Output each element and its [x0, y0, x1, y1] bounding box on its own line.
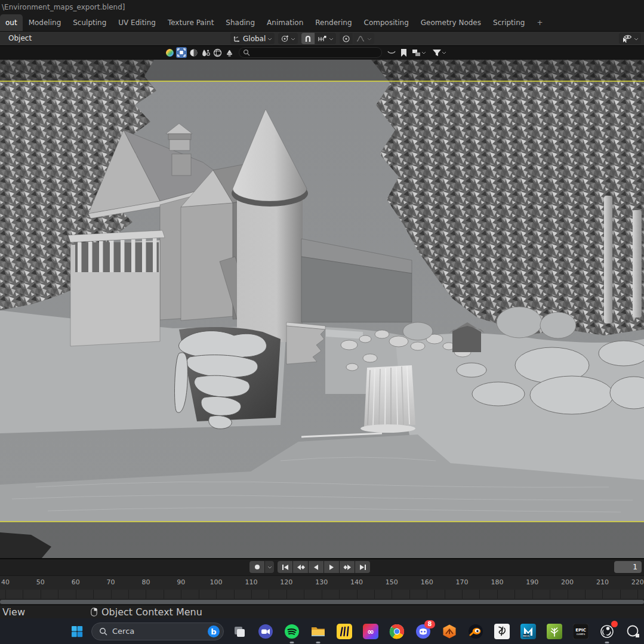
jump-end-button[interactable] [355, 561, 370, 573]
keying-dropdown[interactable] [265, 561, 274, 573]
workspace-tab-compositing[interactable]: Compositing [358, 14, 415, 31]
chevron-down-icon [634, 36, 639, 41]
object-visibility-dropdown[interactable] [619, 33, 641, 44]
workspace-tab-rendering[interactable]: Rendering [309, 14, 358, 31]
frame-label[interactable]: 130 [315, 578, 328, 586]
workspace-tab-texture-paint[interactable]: Texture Paint [162, 14, 220, 31]
frame-label[interactable]: 180 [491, 578, 503, 586]
app-obs-studio[interactable] [599, 623, 615, 640]
frame-label[interactable]: 200 [561, 578, 574, 586]
frame-label[interactable]: 220 [631, 578, 644, 586]
app-maya[interactable]: MAYA [520, 623, 537, 640]
frame-label[interactable]: 50 [36, 578, 45, 586]
app-speedtree[interactable] [546, 623, 563, 640]
frame-label[interactable]: 120 [280, 578, 292, 586]
frame-label[interactable]: 190 [526, 578, 538, 586]
app-adobe-creative-cloud[interactable]: ∞ [362, 623, 379, 640]
solid-sphere-icon[interactable] [188, 47, 199, 58]
workspace-tab-out[interactable]: out [0, 14, 23, 31]
world-icon[interactable] [212, 47, 223, 58]
taskbar-search[interactable]: Cerca b [91, 623, 224, 640]
frame-label[interactable]: 140 [350, 578, 363, 586]
app-blender[interactable] [467, 623, 484, 640]
frame-label[interactable]: 110 [245, 578, 257, 586]
start-button[interactable] [69, 623, 85, 640]
frame-tick [374, 590, 375, 599]
next-keyframe-button[interactable] [340, 561, 355, 573]
transform-orientation-dropdown[interactable]: Global [230, 33, 275, 44]
prev-keyframe-button[interactable] [293, 561, 308, 573]
material-ball-icon[interactable] [164, 47, 175, 58]
app-miro[interactable] [336, 623, 353, 640]
play-button[interactable] [324, 561, 339, 573]
app-chrome[interactable] [389, 623, 405, 640]
chevron-down-icon [267, 36, 272, 41]
frame-label[interactable]: 90 [177, 578, 185, 586]
falloff-dropdown[interactable] [353, 33, 374, 44]
bing-icon[interactable]: b [207, 625, 220, 638]
workspace-tab-geometry-nodes[interactable]: Geometry Nodes [415, 14, 487, 31]
particles-icon[interactable] [200, 47, 211, 58]
frame-tick [497, 590, 498, 599]
chimney-body[interactable] [172, 154, 191, 175]
tower-body[interactable] [237, 194, 303, 342]
app-spotify[interactable] [284, 623, 300, 640]
play-reverse-button[interactable] [309, 561, 323, 573]
frame-label[interactable]: 160 [421, 578, 433, 586]
app-marmoset-toolbag[interactable] [441, 623, 458, 640]
frame-label[interactable]: 70 [107, 578, 115, 586]
jump-start-button[interactable] [278, 561, 292, 573]
workspace-tab-scripting[interactable]: Scripting [487, 14, 531, 31]
current-frame-field[interactable]: 1 [614, 561, 642, 573]
workspace-tab--[interactable]: + [531, 14, 549, 31]
obs-notification-dot [611, 621, 618, 627]
frame-label[interactable]: 210 [596, 578, 609, 586]
frame-label[interactable]: 80 [141, 578, 150, 586]
waterfall[interactable] [360, 365, 415, 433]
workspace-tab-modeling[interactable]: Modeling [23, 14, 67, 31]
chimney-cap-band [168, 134, 191, 140]
workspace-tab-sculpting[interactable]: Sculpting [67, 14, 112, 31]
viewport-3d[interactable] [0, 60, 644, 558]
task-view-button[interactable] [231, 623, 248, 640]
frame-label[interactable]: 170 [456, 578, 469, 586]
snap-target-dropdown[interactable] [315, 33, 336, 44]
frame-label[interactable]: 150 [386, 578, 398, 586]
frame-label[interactable]: 60 [72, 578, 80, 586]
falloff-curve-icon [356, 35, 365, 43]
app-zbrush[interactable] [494, 623, 510, 640]
pivot-point-dropdown[interactable] [278, 33, 298, 44]
app-file-explorer[interactable] [310, 623, 326, 640]
spotify-icon [284, 624, 300, 639]
collapse-icon[interactable] [386, 47, 397, 58]
frame-label[interactable]: 100 [210, 578, 223, 586]
frame-tick [216, 590, 217, 599]
display-mode-dropdown[interactable] [410, 47, 428, 58]
status-view-menu[interactable]: View [2, 606, 25, 618]
brush-icon[interactable] [224, 47, 235, 58]
filter-dropdown[interactable] [429, 47, 449, 58]
frame-tick [76, 590, 76, 599]
timeline-ticks[interactable] [0, 590, 644, 599]
bookmark-icon[interactable] [398, 47, 409, 58]
timeline-ruler[interactable]: 4050607080901001101201301401501601701801… [0, 575, 644, 590]
app-quixel-bridge[interactable] [625, 623, 642, 640]
workspace-tab-shading[interactable]: Shading [220, 14, 261, 31]
auto-key-button[interactable] [249, 561, 264, 573]
blender-icon [468, 624, 483, 639]
app-discord[interactable]: 8 [415, 623, 432, 640]
proportional-editing-toggle[interactable] [340, 33, 353, 44]
frame-label[interactable]: 40 [1, 578, 10, 586]
svg-text:MAYA: MAYA [523, 634, 529, 637]
region-select-icon[interactable] [176, 47, 187, 58]
app-video-call[interactable] [257, 623, 274, 640]
object-menu[interactable]: Object [5, 32, 35, 45]
scene-canvas[interactable] [0, 60, 644, 558]
search-input[interactable] [239, 47, 382, 58]
workspace-tabbar: outModelingSculptingUV EditingTexture Pa… [0, 14, 644, 31]
app-epic-games[interactable]: EPIC GAMES [572, 623, 589, 640]
workspace-tab-animation[interactable]: Animation [261, 14, 309, 31]
timeline-scrollbar[interactable] [0, 600, 644, 604]
snap-toggle-button[interactable] [301, 33, 315, 44]
workspace-tab-uv-editing[interactable]: UV Editing [112, 14, 162, 31]
